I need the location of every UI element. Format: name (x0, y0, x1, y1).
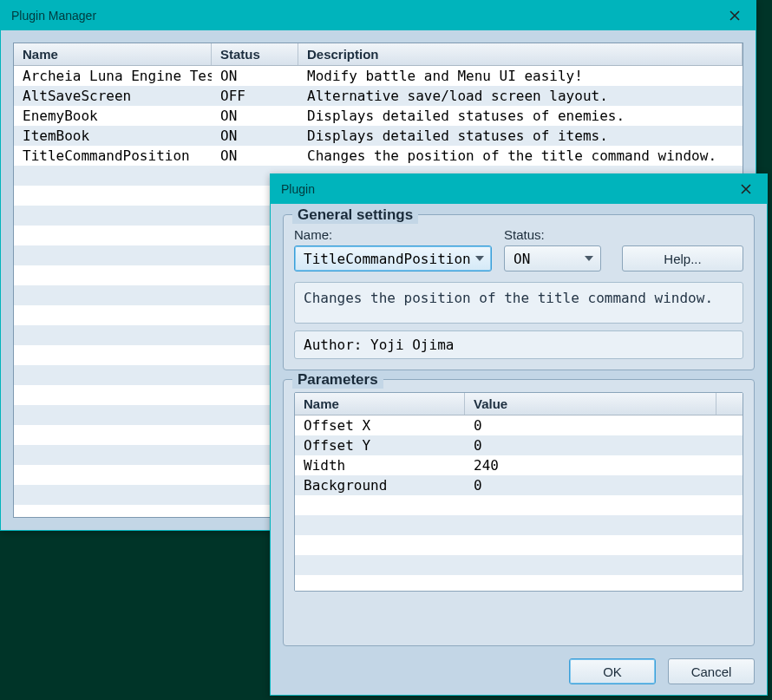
general-settings-group: General settings Name: TitleCommandPosit… (283, 214, 755, 370)
close-icon[interactable] (725, 174, 767, 204)
table-row[interactable]: Width240 (295, 455, 743, 475)
table-row[interactable]: Offset X0 (295, 415, 743, 435)
status-field-col: Status: ON (504, 227, 601, 271)
name-label: Name: (294, 227, 492, 242)
cell-status: ON (212, 108, 298, 124)
param-column-header-value[interactable]: Value (465, 393, 716, 415)
table-row[interactable]: Archeia Luna Engine TestONModify battle … (14, 66, 743, 86)
param-column-header-spacer (716, 393, 743, 415)
status-select[interactable]: ON (504, 245, 601, 271)
cell-description: Displays detailed statuses of items. (298, 128, 743, 144)
column-header-status[interactable]: Status (212, 43, 298, 65)
plugin-description: Changes the position of the title comman… (294, 282, 743, 324)
param-cell-value: 0 (465, 437, 743, 454)
parameters-table: Name Value Offset X0Offset Y0Width240Bac… (294, 392, 743, 592)
cell-name: TitleCommandPosition (14, 147, 212, 164)
plugin-dialog-body: General settings Name: TitleCommandPosit… (271, 204, 767, 695)
status-label: Status: (504, 227, 601, 242)
help-col: Help... (613, 245, 743, 271)
table-row[interactable]: AltSaveScreenOFFAlternative save/load sc… (14, 86, 743, 106)
cell-status: ON (212, 128, 298, 144)
param-cell-value: 0 (465, 477, 743, 494)
cell-name: ItemBook (14, 128, 212, 144)
table-row[interactable] (295, 515, 743, 535)
cell-status: ON (212, 68, 298, 84)
chevron-down-icon (585, 256, 593, 261)
table-row[interactable]: Background0 (295, 475, 743, 495)
name-select[interactable]: TitleCommandPosition (294, 245, 492, 271)
cancel-button[interactable]: Cancel (668, 658, 755, 684)
table-row[interactable] (295, 555, 743, 575)
table-row[interactable]: TitleCommandPositionONChanges the positi… (14, 146, 743, 166)
plugin-manager-title: Plugin Manager (11, 9, 96, 23)
general-settings-heading: General settings (292, 206, 418, 224)
cell-description: Displays detailed statuses of enemies. (298, 108, 743, 124)
parameters-table-header: Name Value (295, 393, 743, 415)
plugin-table-header: Name Status Description (14, 43, 743, 66)
column-header-description[interactable]: Description (298, 43, 743, 65)
parameters-table-body: Offset X0Offset Y0Width240Background0 (295, 415, 743, 591)
plugin-dialog-title: Plugin (281, 182, 315, 196)
name-select-value: TitleCommandPosition (304, 251, 471, 267)
param-cell-name: Width (295, 457, 465, 474)
chevron-down-icon (475, 256, 484, 261)
general-form-row: Name: TitleCommandPosition Status: ON (294, 227, 743, 271)
table-row[interactable] (295, 575, 743, 591)
param-cell-name: Offset Y (295, 437, 465, 454)
table-row[interactable] (295, 495, 743, 515)
cell-name: AltSaveScreen (14, 88, 212, 104)
dialog-footer: OK Cancel (283, 655, 755, 684)
param-cell-name: Offset X (295, 417, 465, 434)
column-header-name[interactable]: Name (14, 43, 212, 65)
plugin-manager-titlebar[interactable]: Plugin Manager (1, 1, 756, 30)
table-row[interactable]: ItemBookONDisplays detailed statuses of … (14, 126, 743, 146)
plugin-dialog: Plugin General settings Name: TitleComma… (270, 173, 768, 696)
cell-status: ON (212, 147, 298, 164)
cell-description: Alternative save/load screen layout. (298, 88, 743, 104)
cell-name: EnemyBook (14, 108, 212, 124)
ok-button[interactable]: OK (569, 658, 656, 684)
param-cell-value: 0 (465, 417, 743, 434)
status-select-value: ON (514, 251, 530, 267)
param-cell-name: Background (295, 477, 465, 494)
plugin-dialog-titlebar[interactable]: Plugin (271, 174, 767, 204)
table-row[interactable] (295, 535, 743, 555)
param-cell-value: 240 (465, 457, 743, 474)
table-row[interactable]: Offset Y0 (295, 435, 743, 455)
cell-description: Modify battle and Menu UI easily! (298, 68, 743, 84)
param-column-header-name[interactable]: Name (295, 393, 465, 415)
table-row[interactable]: EnemyBookONDisplays detailed statuses of… (14, 106, 743, 126)
help-button[interactable]: Help... (622, 245, 743, 271)
name-field-col: Name: TitleCommandPosition (294, 227, 492, 271)
close-icon[interactable] (714, 1, 756, 30)
cell-name: Archeia Luna Engine Test (14, 68, 212, 84)
parameters-group: Parameters Name Value Offset X0Offset Y0… (283, 379, 755, 646)
parameters-heading: Parameters (292, 371, 383, 389)
plugin-author: Author: Yoji Ojima (294, 330, 743, 359)
cell-status: OFF (212, 88, 298, 104)
cell-description: Changes the position of the title comman… (298, 147, 743, 164)
